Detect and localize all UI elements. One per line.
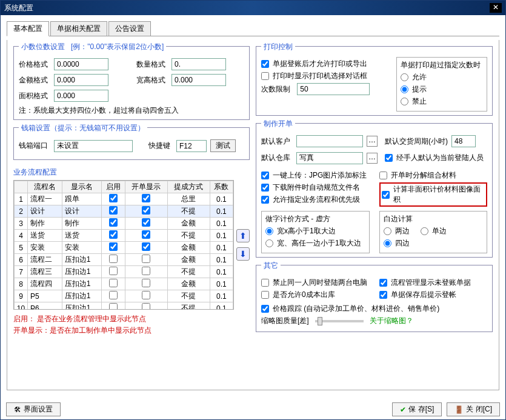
show-checkbox[interactable] bbox=[142, 255, 150, 263]
cell-show[interactable] bbox=[125, 230, 167, 242]
other-c1-checkbox[interactable] bbox=[261, 279, 269, 287]
table-row[interactable]: 9P5压扣边1不提0.1 bbox=[15, 290, 233, 302]
split-checkbox[interactable] bbox=[379, 172, 387, 179]
other-c5-checkbox[interactable] bbox=[261, 305, 269, 313]
cell-enable[interactable] bbox=[102, 230, 125, 242]
other-c3-checkbox[interactable] bbox=[261, 291, 269, 299]
enable-checkbox[interactable] bbox=[109, 255, 118, 263]
cell-enable[interactable] bbox=[102, 302, 125, 310]
other-c4-checkbox[interactable] bbox=[379, 291, 387, 299]
print-limit-input[interactable] bbox=[297, 83, 370, 95]
cashbox-port-input[interactable] bbox=[54, 140, 133, 152]
vg-r1-radio[interactable] bbox=[265, 227, 273, 235]
cell-enable[interactable] bbox=[102, 205, 125, 218]
print-over-allow-radio[interactable] bbox=[401, 73, 408, 81]
show-checkbox[interactable] bbox=[142, 267, 150, 275]
move-down-button[interactable]: ⬇ bbox=[236, 247, 250, 261]
print-after-post-checkbox[interactable] bbox=[261, 60, 269, 68]
enable-checkbox[interactable] bbox=[109, 267, 118, 275]
tab-bill[interactable]: 单据相关配置 bbox=[50, 21, 107, 36]
cell-show[interactable] bbox=[125, 205, 167, 218]
def-cust-input[interactable] bbox=[296, 135, 363, 147]
download-checkbox[interactable] bbox=[261, 184, 269, 192]
cell-enable[interactable] bbox=[102, 266, 125, 278]
show-checkbox[interactable] bbox=[142, 279, 150, 287]
table-row[interactable]: 10P6压扣边1不提0.1 bbox=[15, 302, 233, 310]
enable-checkbox[interactable] bbox=[109, 194, 118, 202]
cell-enable[interactable] bbox=[102, 218, 125, 230]
thumb-quality-slider[interactable] bbox=[315, 320, 364, 322]
cashbox-test-button[interactable]: 测试 bbox=[210, 139, 236, 152]
cell-show[interactable] bbox=[125, 218, 167, 230]
cell-show[interactable] bbox=[125, 242, 167, 254]
table-row[interactable]: 7流程三压扣边1不提0.1 bbox=[15, 266, 233, 278]
table-row[interactable]: 4送货送货不提0.1 bbox=[15, 230, 233, 242]
wb-r1-radio[interactable] bbox=[384, 227, 391, 235]
def-cust-browse-button[interactable]: … bbox=[367, 136, 378, 147]
amt-fmt-input[interactable] bbox=[54, 74, 108, 86]
table-row[interactable]: 8流程四压扣边1金额0.1 bbox=[15, 278, 233, 290]
qty-fmt-input[interactable] bbox=[171, 58, 226, 70]
upload-checkbox[interactable] bbox=[261, 172, 269, 179]
wh-fmt-input[interactable] bbox=[171, 74, 226, 86]
table-row[interactable]: 3制作制作金额0.1 bbox=[15, 218, 233, 230]
handler-default-checkbox[interactable] bbox=[385, 154, 393, 162]
cell-show[interactable] bbox=[125, 254, 167, 266]
tab-notice[interactable]: 公告设置 bbox=[108, 21, 151, 36]
show-checkbox[interactable] bbox=[142, 194, 150, 202]
cell-show[interactable] bbox=[125, 193, 167, 205]
show-checkbox[interactable] bbox=[142, 242, 150, 251]
area-fmt-input[interactable] bbox=[54, 90, 108, 102]
table-row[interactable]: 2设计设计不提0.1 bbox=[15, 205, 233, 218]
show-checkbox[interactable] bbox=[142, 303, 150, 310]
def-depot-input[interactable] bbox=[296, 152, 363, 164]
enable-checkbox[interactable] bbox=[109, 291, 118, 299]
cell-enable[interactable] bbox=[102, 254, 125, 266]
wb-r3-radio[interactable] bbox=[384, 239, 391, 247]
show-checkbox[interactable] bbox=[142, 291, 150, 299]
cell-idx: 9 bbox=[15, 290, 28, 302]
cell-enable[interactable] bbox=[102, 242, 125, 254]
wb-r3-label: 四边 bbox=[395, 238, 410, 248]
cell-enable[interactable] bbox=[102, 278, 125, 290]
allowbiz-checkbox[interactable] bbox=[261, 196, 269, 204]
show-checkbox[interactable] bbox=[142, 206, 150, 215]
cell-idx: 5 bbox=[15, 242, 28, 254]
def-cycle-input[interactable] bbox=[451, 135, 476, 147]
close-button[interactable]: 🚪关 闭[C] bbox=[447, 402, 500, 416]
calc-area-checkbox[interactable] bbox=[382, 191, 390, 199]
table-row[interactable]: 1流程一跟单总里0.1 bbox=[15, 193, 233, 205]
price-fmt-input[interactable] bbox=[54, 58, 108, 70]
thumb-help-link[interactable]: 关于缩略图？ bbox=[370, 316, 413, 326]
ui-settings-button[interactable]: 🛠界面设置 bbox=[6, 402, 61, 416]
enable-checkbox[interactable] bbox=[109, 242, 118, 251]
enable-checkbox[interactable] bbox=[109, 206, 118, 215]
flow-hint1: 启用： 是否在业务流程管理中显示此节点 bbox=[13, 313, 250, 325]
cell-enable[interactable] bbox=[102, 290, 125, 302]
print-over-forbid-radio[interactable] bbox=[401, 98, 408, 105]
cashbox-key-input[interactable] bbox=[176, 140, 207, 152]
tab-basic[interactable]: 基本配置 bbox=[7, 21, 49, 36]
print-dialog-checkbox[interactable] bbox=[261, 72, 269, 80]
cell-show[interactable] bbox=[125, 266, 167, 278]
wb-r2-radio[interactable] bbox=[421, 227, 428, 235]
cell-show[interactable] bbox=[125, 278, 167, 290]
def-depot-browse-button[interactable]: … bbox=[367, 153, 378, 164]
show-checkbox[interactable] bbox=[142, 218, 150, 227]
enable-checkbox[interactable] bbox=[109, 230, 118, 239]
enable-checkbox[interactable] bbox=[109, 218, 118, 227]
save-button[interactable]: ✔保 存[S] bbox=[392, 402, 442, 416]
cell-enable[interactable] bbox=[102, 193, 125, 205]
move-up-button[interactable]: ⬆ bbox=[236, 229, 250, 242]
close-icon[interactable]: ✕ bbox=[490, 3, 502, 13]
table-row[interactable]: 6流程二压扣边1金额0.1 bbox=[15, 254, 233, 266]
other-c2-checkbox[interactable] bbox=[379, 279, 387, 287]
show-checkbox[interactable] bbox=[142, 230, 150, 239]
enable-checkbox[interactable] bbox=[109, 279, 118, 287]
cell-show[interactable] bbox=[125, 290, 167, 302]
table-row[interactable]: 5安装安装金额0.1 bbox=[15, 242, 233, 254]
cell-show[interactable] bbox=[125, 302, 167, 310]
enable-checkbox[interactable] bbox=[109, 303, 118, 310]
vg-r2-radio[interactable] bbox=[265, 239, 273, 247]
print-over-prompt-radio[interactable] bbox=[401, 85, 408, 93]
